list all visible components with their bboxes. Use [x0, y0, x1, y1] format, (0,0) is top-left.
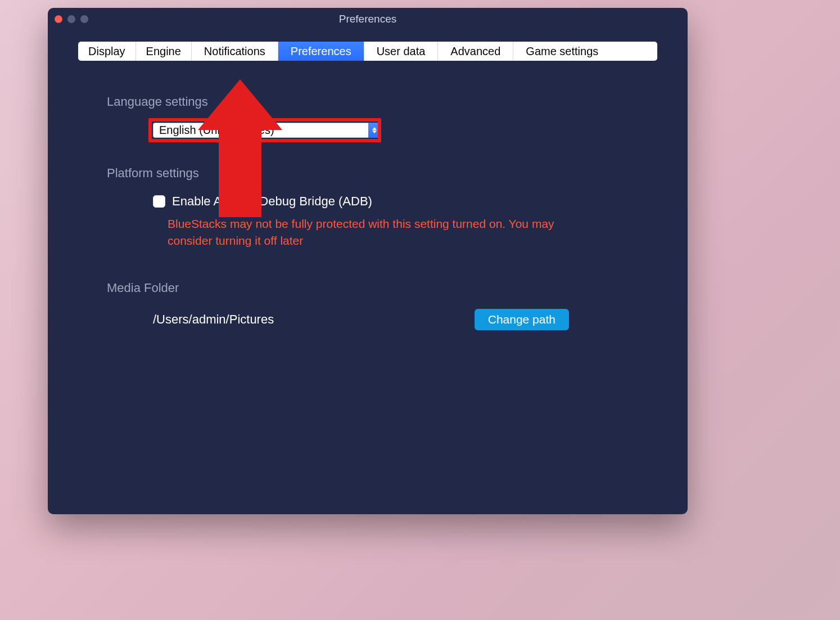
- titlebar: Preferences: [48, 8, 688, 30]
- maximize-window-button[interactable]: [80, 15, 88, 23]
- change-path-button-label: Change path: [488, 313, 556, 326]
- language-row: English (United States): [153, 123, 629, 138]
- content-pane: Language settings English (United States…: [48, 61, 688, 330]
- tab-label: User data: [377, 45, 426, 58]
- window-title: Preferences: [48, 13, 688, 25]
- tab-game-settings[interactable]: Game settings: [513, 42, 611, 61]
- change-path-button[interactable]: Change path: [475, 309, 569, 330]
- adb-checkbox[interactable]: [153, 195, 165, 208]
- tab-advanced[interactable]: Advanced: [438, 42, 513, 61]
- media-row: /Users/admin/Pictures Change path: [153, 309, 569, 330]
- language-section-label: Language settings: [107, 95, 629, 109]
- media-section: Media Folder /Users/admin/Pictures Chang…: [107, 281, 629, 330]
- tab-label: Display: [88, 45, 125, 58]
- minimize-window-button[interactable]: [67, 15, 75, 23]
- media-section-label: Media Folder: [107, 281, 629, 295]
- tab-label: Engine: [146, 45, 181, 58]
- media-path-value: /Users/admin/Pictures: [153, 312, 274, 327]
- close-window-button[interactable]: [55, 15, 62, 23]
- tab-label: Game settings: [526, 45, 598, 58]
- tabbar: Display Engine Notifications Preferences…: [78, 42, 657, 61]
- preferences-window: Preferences Display Engine Notifications…: [48, 8, 688, 514]
- tab-display[interactable]: Display: [78, 42, 136, 61]
- tab-user-data[interactable]: User data: [364, 42, 439, 61]
- language-dropdown-value: English (United States): [153, 123, 368, 138]
- adb-warning-text: BlueStacks may not be fully protected wi…: [168, 215, 584, 250]
- platform-section-label: Platform settings: [107, 166, 629, 181]
- adb-row: Enable Android Debug Bridge (ADB): [153, 194, 629, 209]
- tab-label: Advanced: [450, 45, 500, 58]
- adb-checkbox-label: Enable Android Debug Bridge (ADB): [172, 194, 372, 209]
- tab-label: Notifications: [204, 45, 265, 58]
- tab-preferences[interactable]: Preferences: [278, 42, 364, 61]
- updown-chevron-icon: [368, 123, 381, 138]
- tab-label: Preferences: [291, 45, 351, 58]
- window-controls: [55, 15, 88, 23]
- language-dropdown[interactable]: English (United States): [153, 123, 381, 138]
- tab-engine[interactable]: Engine: [136, 42, 192, 61]
- platform-section: Platform settings Enable Android Debug B…: [107, 166, 629, 250]
- tab-notifications[interactable]: Notifications: [192, 42, 278, 61]
